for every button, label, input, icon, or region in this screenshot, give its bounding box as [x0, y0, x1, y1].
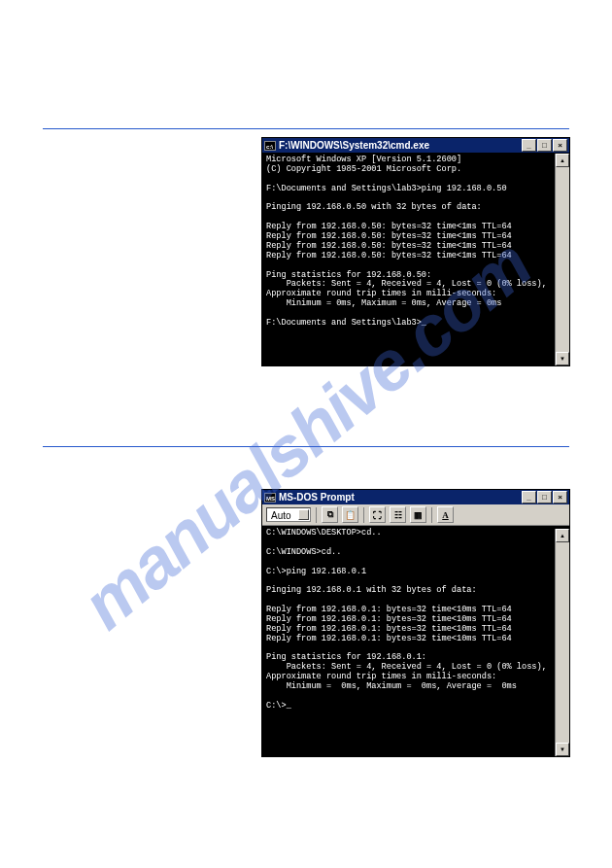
- scroll-down-button[interactable]: ▼: [556, 743, 569, 756]
- msdos-icon: MS: [264, 493, 276, 503]
- cmd-console-output: Microsoft Windows XP [Version 5.1.2600] …: [262, 153, 569, 365]
- cmd-titlebar[interactable]: c:\ F:\WINDOWS\System32\cmd.exe _ □ ×: [262, 138, 569, 153]
- close-button[interactable]: ×: [553, 491, 567, 503]
- paste-icon[interactable]: 📋: [342, 506, 358, 523]
- properties-icon[interactable]: ☷: [390, 506, 406, 523]
- font-icon[interactable]: A: [437, 506, 454, 523]
- fullscreen-icon[interactable]: ⛶: [369, 506, 386, 523]
- scroll-up-button[interactable]: ▲: [556, 154, 569, 167]
- copy-icon[interactable]: ⧉: [322, 506, 338, 523]
- dos-titlebar[interactable]: MS MS-DOS Prompt _ □ ×: [262, 490, 569, 504]
- maximize-button[interactable]: □: [537, 139, 552, 152]
- cmd-icon: c:\: [264, 141, 276, 151]
- section-rule: [43, 128, 569, 129]
- minimize-button[interactable]: _: [522, 139, 536, 152]
- scroll-down-button[interactable]: ▼: [556, 352, 569, 365]
- dos-title: MS-DOS Prompt: [279, 492, 355, 503]
- cmd-window: c:\ F:\WINDOWS\System32\cmd.exe _ □ × Mi…: [261, 137, 570, 366]
- scroll-up-button[interactable]: ▲: [556, 529, 569, 542]
- dos-window: MS MS-DOS Prompt _ □ × Auto ⧉ 📋 ⛶ ☷ ▦ A …: [261, 489, 570, 757]
- background-icon[interactable]: ▦: [410, 506, 426, 523]
- dos-console-output: C:\WINDOWS\DESKTOP>cd.. C:\WINDOWS>cd.. …: [262, 526, 569, 756]
- cmd-title: F:\WINDOWS\System32\cmd.exe: [279, 140, 429, 151]
- font-size-select[interactable]: Auto: [266, 507, 311, 522]
- close-button[interactable]: ×: [553, 139, 567, 152]
- minimize-button[interactable]: _: [522, 491, 536, 503]
- cmd-scrollbar[interactable]: ▲ ▼: [555, 154, 569, 365]
- dos-scrollbar[interactable]: ▲ ▼: [555, 529, 569, 756]
- section-rule: [43, 446, 569, 447]
- dos-toolbar: Auto ⧉ 📋 ⛶ ☷ ▦ A: [262, 504, 569, 526]
- maximize-button[interactable]: □: [537, 491, 552, 503]
